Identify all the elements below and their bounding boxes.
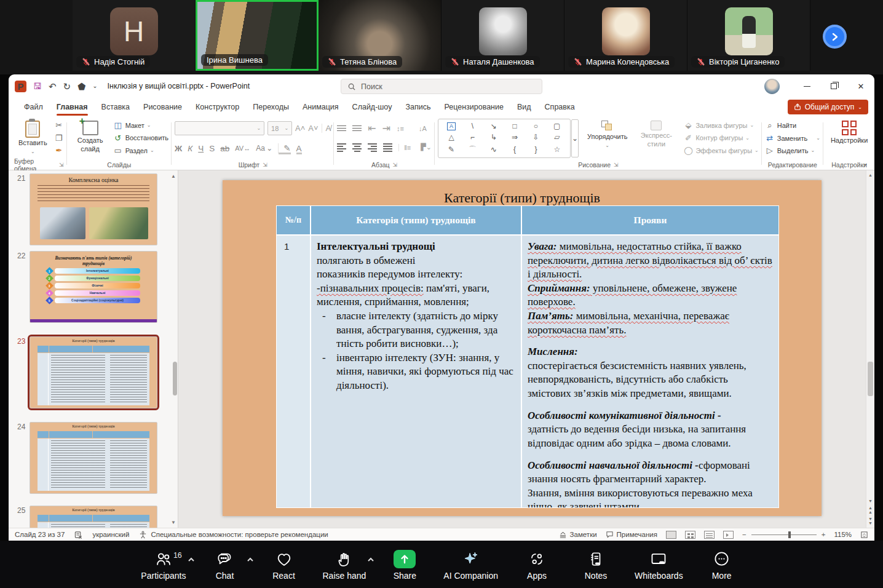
participant-tile[interactable]: Тетяна Блінова (319, 0, 442, 71)
participant-tile[interactable]: Вікторія Циганенко (687, 0, 810, 71)
tab-Файл[interactable]: Файл (17, 100, 50, 114)
accessibility-checker[interactable]: Специальные возможности: проверьте реком… (139, 531, 328, 539)
arrange-button[interactable]: Упорядочить ⌄ (583, 119, 632, 151)
font-size-combo[interactable]: 18⌄ (267, 121, 292, 135)
shapes-gallery[interactable]: A\↘□○▢△⌐↳⇒⇩▱✎⌒∿{}☆⌄ (438, 119, 571, 158)
text-direction-button[interactable]: ↓A (419, 125, 427, 132)
redo-icon[interactable]: ↻ (63, 82, 71, 91)
toolbar-raise-hand[interactable]: Raise hand (323, 549, 366, 581)
search-box[interactable]: Поиск (341, 79, 542, 94)
shape-glyph[interactable]: } (525, 143, 546, 156)
thumbnail-slide-23[interactable]: Категорії (типи) труднощів (30, 336, 157, 408)
character-spacing-button[interactable]: AV↔ (235, 145, 250, 152)
restore-button[interactable] (820, 74, 847, 98)
layout-button[interactable]: ◫Макет⌄ (113, 121, 168, 130)
thumbnails-scroll-down-icon[interactable]: ▼ (171, 520, 176, 525)
grow-font-button[interactable]: A˄ (295, 124, 305, 133)
shapes-gallery-more[interactable]: ⌄ (571, 119, 579, 157)
tab-Рецензирование[interactable]: Рецензирование (437, 100, 510, 114)
shape-outline-button[interactable]: ✐︎Контур фигуры⌄ (683, 133, 758, 143)
strikethrough-button[interactable]: ab (220, 144, 229, 153)
account-avatar[interactable] (764, 79, 780, 94)
decrease-indent-button[interactable]: ⇤ (368, 122, 376, 134)
participant-tile[interactable]: Наталя Дашенкова (442, 0, 564, 71)
tab-Конструктор[interactable]: Конструктор (189, 100, 246, 114)
chevron-up-icon[interactable] (367, 554, 374, 565)
thumbnail-slide-24[interactable]: Категорії (типи) труднощів (30, 422, 157, 494)
paste-button[interactable]: Вставить ⌄ (14, 119, 52, 157)
copy-button[interactable]: ❐ (54, 133, 64, 143)
chevron-up-icon[interactable] (247, 554, 254, 565)
dialog-launcher-icon[interactable]: ⇲ (393, 162, 398, 168)
shape-glyph[interactable]: ↘ (483, 121, 504, 132)
thumbnails-scroll-up-icon[interactable]: ▲ (171, 173, 176, 179)
align-center-button[interactable] (352, 143, 362, 152)
shape-glyph[interactable]: ☆ (547, 143, 568, 156)
shape-glyph[interactable]: ✎ (441, 143, 462, 156)
numbering-button[interactable] (352, 125, 362, 132)
shape-glyph[interactable]: □ (504, 121, 525, 132)
increase-indent-button[interactable]: ⇥ (382, 122, 390, 134)
dialog-launcher-icon[interactable]: ⇲ (614, 162, 619, 168)
toolbar-whiteboards[interactable]: Whiteboards (635, 549, 683, 581)
participant-tile[interactable]: Ірина Вишнева (196, 0, 319, 71)
shape-glyph[interactable]: \ (462, 121, 483, 132)
next-participants-button[interactable] (823, 25, 847, 49)
text-shadow-button[interactable]: S (209, 144, 215, 153)
quick-styles-button[interactable]: Экспресс-стили (634, 119, 678, 151)
shape-glyph[interactable]: ▱ (547, 132, 568, 143)
new-slide-button[interactable]: Создать слайд (70, 119, 111, 156)
fit-slide-icon[interactable] (860, 531, 868, 539)
format-painter-button[interactable]: ✒︎ (54, 146, 64, 155)
tab-Главная[interactable]: Главная (50, 100, 95, 114)
save-icon[interactable]: 🖫︎ (33, 82, 42, 90)
powerpoint-logo-icon[interactable]: P (15, 81, 26, 92)
shape-glyph[interactable]: ⌐ (462, 132, 483, 143)
participant-tile[interactable]: Марина Колендовська (564, 0, 687, 71)
toolbar-apps[interactable]: Apps (517, 549, 557, 581)
cut-button[interactable]: ✂︎ (54, 121, 64, 130)
scroll-down-icon[interactable]: ▼ (868, 499, 873, 503)
dialog-launcher-icon[interactable]: ⇲ (59, 162, 64, 168)
align-right-button[interactable] (368, 143, 377, 152)
clear-formatting-button[interactable]: A̸ (322, 124, 331, 133)
slide-sorter-view-button[interactable] (685, 531, 695, 539)
share-document-button[interactable]: Общий доступ ⌄ (788, 100, 868, 114)
thumbnails-scrollbar-thumb[interactable] (173, 362, 177, 395)
slide-number-indicator[interactable]: Слайд 23 из 37 (15, 531, 65, 538)
tab-Справка[interactable]: Справка (538, 100, 582, 114)
current-slide[interactable]: Категорії (типи) труднощів №/п Категорія… (223, 180, 822, 516)
shape-glyph[interactable]: ↳ (483, 132, 504, 143)
toolbar-participants[interactable]: 16Participants (141, 549, 186, 581)
dialog-launcher-icon[interactable]: ⇲ (263, 162, 267, 168)
smartart-button[interactable]: ▛⌄ (421, 143, 432, 151)
thumbnail-slide-25[interactable]: Категорії (типи) труднощів (30, 506, 157, 528)
tab-Вставка[interactable]: Вставка (95, 100, 137, 114)
shape-glyph[interactable]: △ (441, 132, 462, 143)
tab-Переходы[interactable]: Переходы (246, 100, 296, 114)
toolbar-ai-companion[interactable]: AI Companion (443, 549, 498, 581)
find-button[interactable]: ⌕Найти (765, 121, 820, 130)
replace-button[interactable]: ⇄Заменить⌄ (765, 133, 820, 143)
comments-toggle[interactable]: Примечания (606, 531, 657, 538)
font-color-button[interactable]: A (296, 144, 302, 153)
toolbar-chat[interactable]: Chat (205, 549, 245, 581)
close-button[interactable]: ✕ (847, 74, 874, 98)
zoom-slider[interactable] (751, 534, 817, 535)
toolbar-more[interactable]: More (702, 549, 742, 581)
shrink-font-button[interactable]: A˅ (308, 124, 318, 133)
undo-icon[interactable]: ↶ (49, 82, 57, 91)
language-indicator[interactable]: украинский (92, 531, 129, 538)
section-button[interactable]: ▭Раздел⌄ (113, 146, 168, 155)
zoom-in-button[interactable]: + (822, 531, 826, 538)
scrollbar-thumb[interactable] (868, 362, 873, 396)
zoom-level[interactable]: 115% (834, 531, 852, 538)
notes-toggle[interactable]: Заметки (559, 531, 597, 538)
toolbar-share[interactable]: Share (384, 549, 425, 581)
align-left-button[interactable] (337, 143, 346, 152)
font-name-combo[interactable]: ⌄ (175, 121, 264, 135)
participant-tile[interactable]: HНадія Стогній (73, 0, 196, 71)
slideshow-view-button[interactable] (723, 531, 734, 539)
spell-check-icon[interactable] (74, 531, 82, 539)
thumbnail-slide-21[interactable]: Комплексна оцінка (30, 173, 157, 245)
